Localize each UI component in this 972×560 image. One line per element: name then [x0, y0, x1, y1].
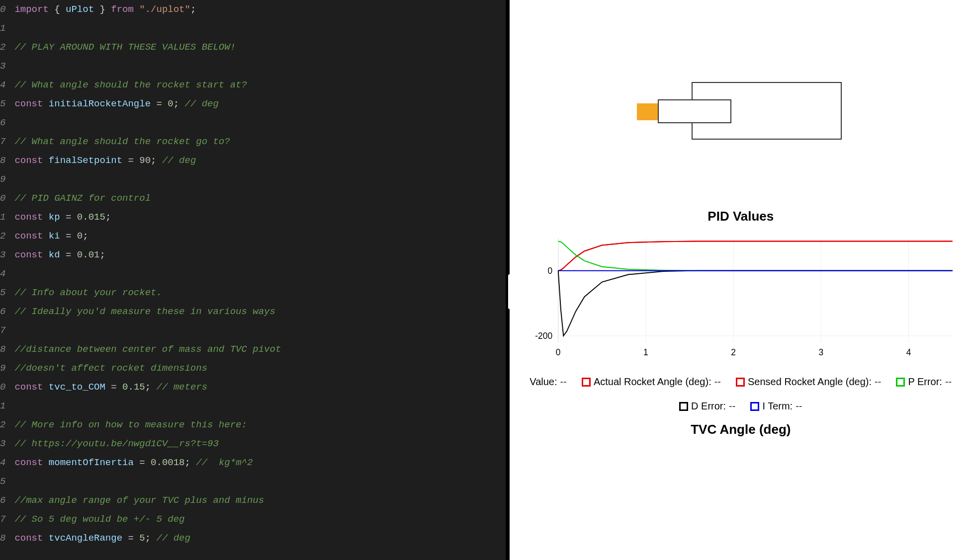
- legend-label: D Error:: [691, 400, 726, 412]
- line-content[interactable]: const tvcAngleRange = 5; // deg: [14, 529, 505, 548]
- legend-item[interactable]: Value: --: [530, 376, 567, 388]
- code-line[interactable]: 5: [0, 472, 506, 491]
- code-line[interactable]: 3// https://youtu.be/nwgd1CV__rs?t=93: [0, 434, 506, 453]
- line-content[interactable]: [14, 57, 505, 76]
- rocket-schematic: [510, 0, 972, 209]
- code-line[interactable]: 0const tvc_to_COM = 0.15; // meters: [0, 378, 506, 397]
- legend-value: --: [945, 376, 952, 388]
- line-number: 4: [0, 453, 14, 472]
- line-number: 3: [0, 245, 14, 264]
- line-content[interactable]: // Info about your rocket.: [14, 283, 505, 302]
- legend-value: --: [795, 400, 802, 412]
- code-line[interactable]: 1const kp = 0.015;: [0, 208, 506, 227]
- line-content[interactable]: // Ideally you'd measure these in variou…: [14, 302, 505, 321]
- legend-swatch-icon: [736, 378, 745, 387]
- code-line[interactable]: 9//doesn't affect rocket dimensions: [0, 359, 506, 378]
- code-line[interactable]: 7: [0, 321, 506, 340]
- line-content[interactable]: const finalSetpoint = 90; // deg: [14, 151, 505, 170]
- line-content[interactable]: [14, 264, 505, 283]
- line-number: 6: [0, 491, 14, 510]
- code-line[interactable]: 2// More info on how to measure this her…: [0, 415, 506, 434]
- series-line: [558, 241, 952, 271]
- code-line[interactable]: 8//distance between center of mass and T…: [0, 340, 506, 359]
- code-line[interactable]: 2// PLAY AROUND WITH THESE VALUES BELOW!: [0, 38, 506, 57]
- code-line[interactable]: 6// Ideally you'd measure these in vario…: [0, 302, 506, 321]
- legend-label: Sensed Rocket Angle (deg):: [748, 376, 872, 388]
- x-tick-label: 2: [731, 347, 736, 357]
- line-content[interactable]: //distance between center of mass and TV…: [14, 340, 505, 359]
- line-number: 7: [0, 132, 14, 151]
- code-line[interactable]: 7// So 5 deg would be +/- 5 deg: [0, 510, 506, 529]
- legend-item[interactable]: P Error: --: [896, 376, 952, 388]
- line-content[interactable]: // What angle should the rocket start at…: [14, 76, 505, 94]
- chart-plot: 0-20001234: [525, 233, 957, 362]
- chart-area: PID Values 0-20001234 Value: --Actual Ro…: [510, 209, 972, 560]
- line-number: 6: [0, 302, 14, 321]
- code-line[interactable]: 5const initialRocketAngle = 0; // deg: [0, 94, 506, 113]
- line-content[interactable]: // What angle should the rocket go to?: [14, 132, 505, 151]
- line-content[interactable]: const kp = 0.015;: [14, 208, 505, 227]
- code-line[interactable]: 3const kd = 0.01;: [0, 245, 506, 264]
- line-number: 0: [0, 378, 14, 397]
- line-content[interactable]: const ki = 0;: [14, 227, 505, 245]
- chart-title: PID Values: [525, 209, 957, 224]
- x-tick-label: 4: [906, 347, 911, 357]
- rocket-nozzle-rect: [658, 99, 731, 123]
- line-content[interactable]: const kd = 0.01;: [14, 245, 505, 264]
- line-content[interactable]: // More info on how to measure this here…: [14, 415, 505, 434]
- line-number: 5: [0, 283, 14, 302]
- line-content[interactable]: const momentOfInertia = 0.0018; // kg*m^…: [14, 453, 505, 472]
- line-number: 5: [0, 472, 14, 491]
- code-editor-pane[interactable]: 0import { uPlot } from "./uplot";12// PL…: [0, 0, 506, 560]
- code-line[interactable]: 5// Info about your rocket.: [0, 283, 506, 302]
- code-line[interactable]: 0// PID GAINZ for control: [0, 189, 506, 208]
- code-line[interactable]: 0import { uPlot } from "./uplot";: [0, 0, 506, 19]
- line-content[interactable]: // PLAY AROUND WITH THESE VALUES BELOW!: [14, 38, 505, 57]
- line-content[interactable]: [14, 170, 505, 189]
- line-content[interactable]: // So 5 deg would be +/- 5 deg: [14, 510, 505, 529]
- code-line[interactable]: 7// What angle should the rocket go to?: [0, 132, 506, 151]
- code-line[interactable]: 6//max angle range of your TVC plus and …: [0, 491, 506, 510]
- line-content[interactable]: import { uPlot } from "./uplot";: [14, 0, 505, 19]
- pane-splitter[interactable]: [506, 0, 510, 560]
- line-content[interactable]: [14, 472, 505, 491]
- code-line[interactable]: 4: [0, 264, 506, 283]
- line-number: 3: [0, 434, 14, 453]
- code-line[interactable]: 4const momentOfInertia = 0.0018; // kg*m…: [0, 453, 506, 472]
- legend-label: I Term:: [762, 400, 793, 412]
- code-line[interactable]: 1: [0, 19, 506, 38]
- code-line[interactable]: 9: [0, 170, 506, 189]
- code-line[interactable]: 3: [0, 57, 506, 76]
- line-content[interactable]: //max angle range of your TVC plus and m…: [14, 491, 505, 510]
- code-line[interactable]: 8const finalSetpoint = 90; // deg: [0, 151, 506, 170]
- line-content[interactable]: [14, 321, 505, 340]
- legend-item[interactable]: Sensed Rocket Angle (deg): --: [736, 376, 881, 388]
- line-content[interactable]: const initialRocketAngle = 0; // deg: [14, 94, 505, 113]
- line-number: 7: [0, 510, 14, 529]
- code-line[interactable]: 2const ki = 0;: [0, 227, 506, 245]
- series-line: [558, 241, 952, 271]
- line-content[interactable]: // PID GAINZ for control: [14, 189, 505, 208]
- line-number: 9: [0, 359, 14, 378]
- line-content[interactable]: const tvc_to_COM = 0.15; // meters: [14, 378, 505, 397]
- x-tick-label: 1: [643, 347, 648, 357]
- legend-item[interactable]: D Error: --: [679, 400, 735, 412]
- code-line[interactable]: 8const tvcAngleRange = 5; // deg: [0, 529, 506, 548]
- line-content[interactable]: //doesn't affect rocket dimensions: [14, 359, 505, 378]
- line-number: 3: [0, 57, 14, 76]
- line-content[interactable]: [14, 19, 505, 38]
- line-number: 8: [0, 340, 14, 359]
- code-line[interactable]: 1: [0, 397, 506, 415]
- line-number: 2: [0, 227, 14, 245]
- code-line[interactable]: 6: [0, 113, 506, 132]
- line-content[interactable]: // https://youtu.be/nwgd1CV__rs?t=93: [14, 434, 505, 453]
- line-number: 1: [0, 397, 14, 415]
- legend-item[interactable]: I Term: --: [750, 400, 802, 412]
- line-content[interactable]: [14, 113, 505, 132]
- code-body[interactable]: 0import { uPlot } from "./uplot";12// PL…: [0, 0, 506, 548]
- line-content[interactable]: [14, 397, 505, 415]
- legend-item[interactable]: Actual Rocket Angle (deg): --: [582, 376, 721, 388]
- code-line[interactable]: 4// What angle should the rocket start a…: [0, 76, 506, 94]
- legend-value: --: [714, 376, 721, 388]
- legend-swatch-icon: [750, 402, 759, 411]
